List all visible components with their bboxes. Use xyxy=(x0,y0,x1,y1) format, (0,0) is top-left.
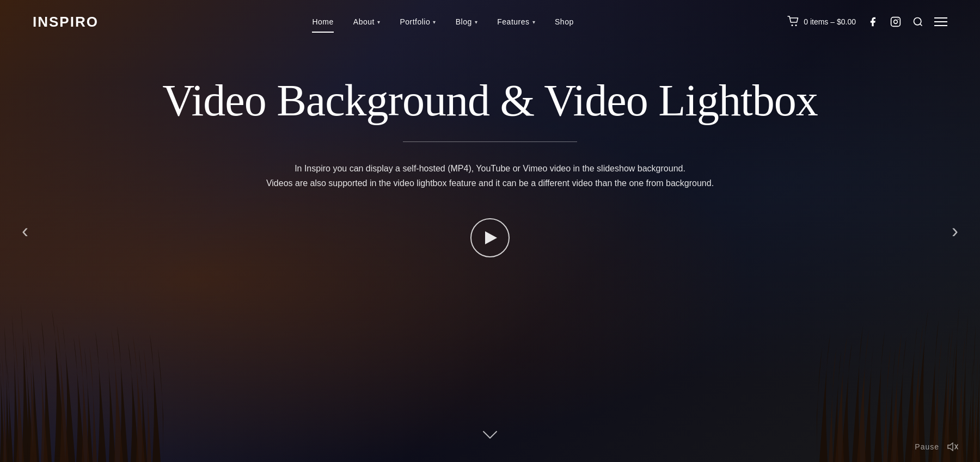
nav-item-shop[interactable]: Shop xyxy=(545,11,584,33)
site-logo[interactable]: INSPIRO xyxy=(33,14,99,30)
svg-rect-2 xyxy=(891,17,901,27)
scroll-down-button[interactable] xyxy=(482,429,498,440)
chevron-down-icon: ▾ xyxy=(433,19,436,25)
nav-item-home[interactable]: Home xyxy=(302,11,343,33)
prev-slide-button[interactable]: ‹ xyxy=(16,214,34,248)
svg-point-0 xyxy=(792,24,793,26)
next-slide-button[interactable]: › xyxy=(946,214,964,248)
nav-item-blog[interactable]: Blog ▾ xyxy=(446,11,488,33)
mute-button[interactable] xyxy=(947,442,958,451)
svg-point-5 xyxy=(914,18,921,25)
hamburger-menu-icon[interactable] xyxy=(934,17,947,27)
search-icon[interactable] xyxy=(912,16,923,27)
svg-point-1 xyxy=(795,24,797,26)
chevron-down-icon: ▾ xyxy=(532,19,536,25)
cart-label: 0 items – $0.00 xyxy=(804,17,856,26)
nav-item-about[interactable]: About ▾ xyxy=(344,11,390,33)
cart-button[interactable]: 0 items – $0.00 xyxy=(787,16,856,28)
svg-point-4 xyxy=(898,19,899,20)
facebook-icon[interactable] xyxy=(867,16,879,28)
hero-divider xyxy=(403,141,577,142)
hero-section: Video Background & Video Lightbox In Ins… xyxy=(0,76,980,295)
chevron-down-icon: ▾ xyxy=(377,19,381,25)
nav-item-portfolio[interactable]: Portfolio ▾ xyxy=(390,11,445,33)
play-icon xyxy=(485,231,497,244)
cart-icon xyxy=(787,16,799,28)
video-controls: Pause xyxy=(915,442,958,451)
nav-item-features[interactable]: Features ▾ xyxy=(487,11,545,33)
play-button[interactable] xyxy=(470,218,510,257)
nav-menu: Home About ▾ Portfolio ▾ Blog ▾ Features… xyxy=(302,11,583,33)
pause-button[interactable]: Pause xyxy=(915,442,939,451)
nav-right-actions: 0 items – $0.00 xyxy=(787,16,947,28)
navbar: INSPIRO Home About ▾ Portfolio ▾ Blog ▾ … xyxy=(0,0,980,44)
hero-title: Video Background & Video Lightbox xyxy=(162,76,818,125)
hero-description: In Inspiro you can display a self-hosted… xyxy=(266,161,714,190)
instagram-icon[interactable] xyxy=(890,16,902,28)
chevron-down-icon: ▾ xyxy=(475,19,478,25)
svg-point-3 xyxy=(894,20,898,24)
